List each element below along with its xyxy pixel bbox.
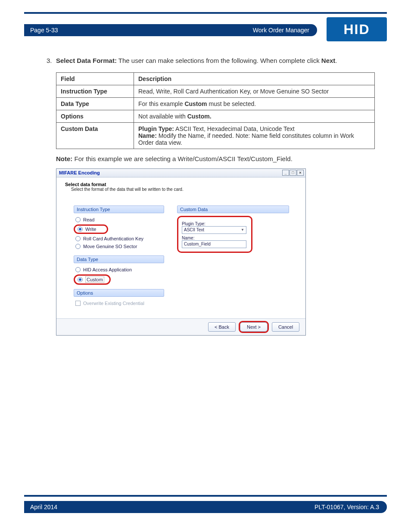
- footer-rule: [24, 495, 387, 497]
- table-row: Data Type For this example Custom must b…: [56, 97, 375, 110]
- dialog-heading: Select data format: [65, 182, 297, 187]
- highlight-write: Write: [74, 224, 108, 234]
- table-row: Custom Data Plugin Type: ASCII Text, Hex…: [56, 122, 375, 149]
- group-instruction-type: Instruction Type: [74, 205, 164, 213]
- txt: For this example: [138, 100, 184, 107]
- dropdown-value: ASCII Text: [184, 227, 204, 232]
- highlight-custom-data: Plugin Type: ASCII Text ▼ Name: Custom_F…: [177, 216, 252, 253]
- dialog-body: Instruction Type Read Write Roll Card Au…: [56, 193, 305, 318]
- cancel-button[interactable]: Cancel: [272, 322, 299, 332]
- cell-field: Custom Data: [56, 122, 134, 149]
- cell-field: Options: [56, 110, 134, 122]
- step-number: 3.: [47, 56, 52, 65]
- txt-bold: Plugin Type:: [138, 125, 174, 132]
- radio-label: Write: [85, 227, 96, 232]
- radio-icon: [78, 277, 83, 282]
- th-field: Field: [56, 72, 134, 85]
- maximize-icon[interactable]: □: [290, 170, 296, 176]
- label-plugin-type: Plugin Type:: [182, 221, 248, 226]
- table-row: Options Not available with Custom.: [56, 110, 375, 122]
- radio-read-row[interactable]: Read: [74, 216, 164, 224]
- note-bold: Note:: [56, 155, 72, 162]
- cell-field: Data Type: [56, 97, 134, 110]
- dialog-titlebar: MIFARE Encoding _ □ ×: [56, 169, 305, 177]
- radio-icon: [75, 267, 81, 272]
- radio-hid-row[interactable]: HID Access Application: [74, 266, 164, 274]
- note-text: For this example we are selecting a Writ…: [72, 155, 292, 162]
- dialog-title-text: MIFARE Encoding: [59, 170, 100, 175]
- step-lead-bold: Select Data Format:: [56, 57, 117, 64]
- step-3: 3. Select Data Format: The user can make…: [56, 56, 387, 65]
- footer-bar: April 2014 PLT-01067, Version: A.3: [24, 501, 387, 513]
- content-area: 3. Select Data Format: The user can make…: [56, 56, 387, 336]
- radio-move-row[interactable]: Move Genuine SO Sector: [74, 243, 164, 250]
- dialog-header: Select data format Select the format of …: [56, 177, 305, 193]
- header-bar: Page 5-33 Work Order Manager: [24, 24, 317, 36]
- radio-icon: [75, 244, 81, 249]
- note-line: Note: For this example we are selecting …: [56, 155, 387, 162]
- left-column: Instruction Type Read Write Roll Card Au…: [74, 205, 164, 314]
- footer-date: April 2014: [30, 504, 57, 510]
- radio-label: HID Access Application: [83, 267, 132, 272]
- step-period: .: [335, 57, 337, 64]
- txt: Not available with: [138, 113, 187, 120]
- cell-field: Instruction Type: [56, 85, 134, 97]
- cell-desc: Read, Write, Roll Card Authentication Ke…: [134, 85, 375, 97]
- radio-write-row[interactable]: Write: [78, 227, 104, 232]
- field-table: Field Description Instruction Type Read,…: [56, 72, 375, 149]
- doc-title: Work Order Manager: [253, 27, 309, 34]
- checkbox-icon: [75, 301, 81, 306]
- hid-logo: HID: [327, 17, 387, 41]
- txt: Modify the Name, if needed. Note: Name f…: [138, 132, 354, 146]
- txt: must be selected.: [207, 100, 256, 107]
- footer-doc: PLT-01067, Version: A.3: [314, 504, 379, 510]
- radio-label: Move Genuine SO Sector: [83, 244, 137, 249]
- radio-icon: [75, 236, 81, 241]
- label-name: Name:: [182, 236, 248, 240]
- group-options: Options: [74, 289, 164, 297]
- window-buttons: _ □ ×: [282, 170, 304, 176]
- group-data-type: Data Type: [74, 255, 164, 263]
- radio-label: Custom: [85, 277, 104, 283]
- dialog-footer: < Back Next > Cancel: [56, 318, 305, 335]
- minimize-icon[interactable]: _: [282, 170, 289, 176]
- checkbox-overwrite-row: Overwrite Existing Credential: [74, 299, 164, 307]
- next-button[interactable]: Next >: [240, 322, 268, 332]
- txt-bold: Custom: [184, 100, 207, 107]
- dialog-subheading: Select the format of the data that will …: [71, 187, 297, 192]
- txt-bold: Name:: [138, 132, 157, 139]
- txt-bold: Custom.: [187, 113, 212, 120]
- back-button[interactable]: < Back: [208, 322, 236, 332]
- right-column: Custom Data Plugin Type: ASCII Text ▼ Na…: [177, 205, 268, 314]
- radio-icon: [78, 227, 83, 232]
- cell-desc: Not available with Custom.: [134, 110, 375, 122]
- chevron-down-icon: ▼: [241, 228, 244, 232]
- close-icon[interactable]: ×: [297, 170, 304, 176]
- radio-icon: [75, 217, 81, 222]
- input-value: Custom_Field: [184, 242, 211, 246]
- highlight-custom: Custom: [74, 274, 111, 285]
- step-next-bold: Next: [321, 57, 336, 64]
- page-number: Page 5-33: [30, 27, 58, 34]
- table-header-row: Field Description: [56, 72, 375, 85]
- checkbox-label: Overwrite Existing Credential: [83, 301, 144, 306]
- group-custom-data: Custom Data: [177, 205, 289, 213]
- plugin-type-dropdown[interactable]: ASCII Text ▼: [182, 226, 246, 234]
- table-row: Instruction Type Read, Write, Roll Card …: [56, 85, 375, 97]
- step-lead-rest: The user can make selections from the fo…: [117, 57, 321, 64]
- mifare-dialog: MIFARE Encoding _ □ × Select data format…: [56, 168, 306, 336]
- radio-label: Roll Card Authentication Key: [83, 236, 143, 241]
- cell-desc: Plugin Type: ASCII Text, Hexadecimal Dat…: [134, 122, 375, 149]
- radio-roll-row[interactable]: Roll Card Authentication Key: [74, 235, 164, 243]
- cell-desc: For this example Custom must be selected…: [134, 97, 375, 110]
- radio-label: Read: [83, 217, 94, 222]
- th-description: Description: [134, 72, 375, 85]
- radio-custom-row[interactable]: Custom: [78, 277, 107, 283]
- txt: ASCII Text, Hexadecimal Data, Unicode Te…: [174, 125, 295, 132]
- name-input[interactable]: Custom_Field: [182, 240, 246, 248]
- top-rule: [24, 12, 387, 14]
